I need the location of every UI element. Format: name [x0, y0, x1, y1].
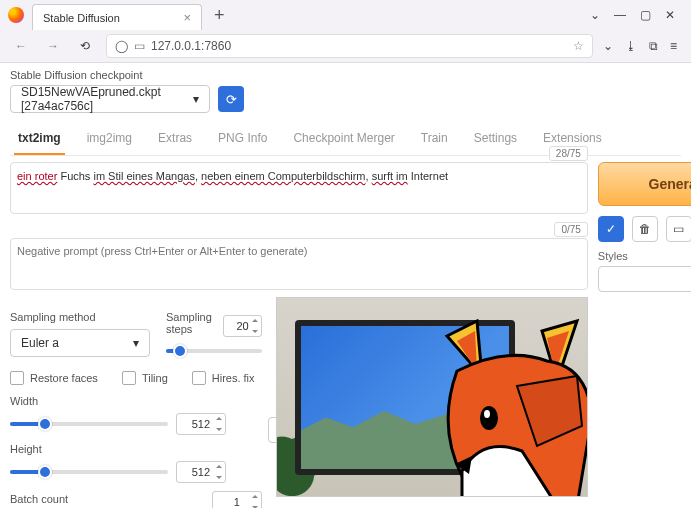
sampling-method-dropdown[interactable]: Euler a ▾ [10, 329, 150, 357]
close-tab-icon[interactable]: × [183, 10, 191, 25]
negative-prompt-input[interactable] [10, 238, 588, 290]
tab-txt2img[interactable]: txt2img [14, 123, 65, 155]
tab-pnginfo[interactable]: PNG Info [214, 123, 271, 155]
sampling-method-value: Euler a [21, 336, 59, 350]
checkpoint-value: SD15NewVAEpruned.ckpt [27a4ac756c] [21, 85, 193, 113]
batch-count-label: Batch count [10, 493, 68, 505]
batch-count-input[interactable]: 1 [212, 491, 262, 508]
width-input[interactable]: 512 [176, 413, 226, 435]
sampling-steps-label: Sampling steps [166, 311, 223, 335]
card-icon: ▭ [673, 222, 684, 236]
tab-settings[interactable]: Settings [470, 123, 521, 155]
window-maximize-button[interactable]: ▢ [640, 8, 651, 22]
chevron-down-icon: ▾ [193, 92, 199, 106]
refresh-icon: ⟳ [226, 92, 237, 107]
sampling-method-label: Sampling method [10, 311, 150, 323]
tab-train[interactable]: Train [417, 123, 452, 155]
checkpoint-label: Stable Diffusion checkpoint [10, 69, 681, 81]
check-icon: ✓ [606, 222, 616, 236]
window-close-button[interactable]: ✕ [665, 8, 675, 22]
negprompt-token-counter: 0/75 [554, 222, 587, 237]
pocket-icon[interactable]: ⌄ [603, 39, 613, 53]
generate-button[interactable]: Generate [598, 162, 691, 206]
browser-tab-bar: Stable Diffusion × + ⌄ — ▢ ✕ [0, 0, 691, 30]
hires-fix-checkbox[interactable]: Hires. fix [192, 371, 255, 385]
prompt-token-counter: 28/75 [549, 146, 588, 161]
url-text: 127.0.0.1:7860 [151, 39, 231, 53]
styles-dropdown[interactable]: × ▾ [598, 266, 691, 292]
back-button[interactable]: ← [10, 35, 32, 57]
width-slider[interactable] [10, 422, 168, 426]
tab-extras[interactable]: Extras [154, 123, 196, 155]
chevron-down-icon[interactable]: ⌄ [590, 8, 600, 22]
tab-checkpoint-merger[interactable]: Checkpoint Merger [289, 123, 398, 155]
shield-icon: ◯ [115, 39, 128, 53]
tool-button-3[interactable]: ▭ [666, 216, 691, 242]
sampling-steps-input[interactable]: 20 [223, 315, 262, 337]
menu-icon[interactable]: ≡ [670, 39, 677, 53]
tiling-checkbox[interactable]: Tiling [122, 371, 168, 385]
extensions-icon[interactable]: ⧉ [649, 39, 658, 53]
new-tab-button[interactable]: + [206, 5, 233, 26]
bookmark-star-icon[interactable]: ☆ [573, 39, 584, 53]
fox-illustration [427, 316, 588, 497]
sampling-steps-slider[interactable] [166, 349, 262, 353]
forward-button: → [42, 35, 64, 57]
chevron-down-icon: ▾ [133, 336, 139, 350]
url-input[interactable]: ◯ ▭ 127.0.0.1:7860 ☆ [106, 34, 593, 58]
reload-button[interactable]: ⟲ [74, 35, 96, 57]
height-slider[interactable] [10, 470, 168, 474]
output-preview [276, 297, 588, 497]
apply-style-button[interactable]: ✓ [598, 216, 624, 242]
page-icon: ▭ [134, 39, 145, 53]
refresh-checkpoint-button[interactable]: ⟳ [218, 86, 244, 112]
clear-prompt-button[interactable]: 🗑 [632, 216, 658, 242]
downloads-icon[interactable]: ⭳ [625, 39, 637, 53]
restore-faces-checkbox[interactable]: Restore faces [10, 371, 98, 385]
window-minimize-button[interactable]: — [614, 8, 626, 22]
width-label: Width [10, 395, 226, 407]
firefox-logo-icon [8, 7, 24, 23]
height-input[interactable]: 512 [176, 461, 226, 483]
svg-point-5 [480, 406, 498, 430]
svg-point-6 [484, 410, 490, 418]
tab-img2img[interactable]: img2img [83, 123, 136, 155]
checkpoint-dropdown[interactable]: SD15NewVAEpruned.ckpt [27a4ac756c] ▾ [10, 85, 210, 113]
tab-title: Stable Diffusion [43, 12, 120, 24]
prompt-input[interactable]: ein roter Fuchs im Stil eines Mangas, ne… [10, 162, 588, 214]
height-label: Height [10, 443, 226, 455]
trash-icon: 🗑 [639, 222, 651, 236]
browser-tab[interactable]: Stable Diffusion × [32, 4, 202, 30]
address-bar: ← → ⟲ ◯ ▭ 127.0.0.1:7860 ☆ ⌄ ⭳ ⧉ ≡ [0, 30, 691, 62]
styles-label: Styles [598, 250, 691, 262]
